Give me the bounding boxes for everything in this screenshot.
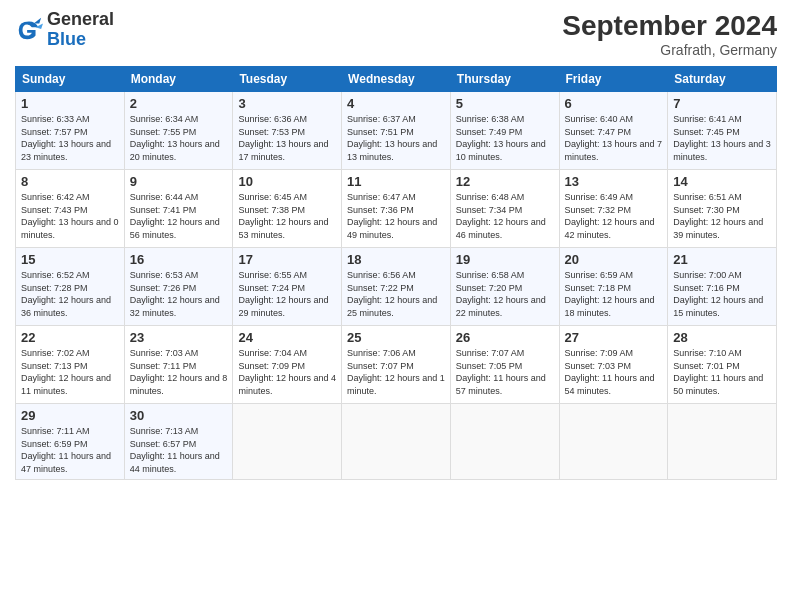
calendar-day-cell: 2Sunrise: 6:34 AMSunset: 7:55 PMDaylight… — [124, 92, 233, 170]
location: Grafrath, Germany — [562, 42, 777, 58]
day-number: 28 — [673, 330, 771, 345]
calendar-day-header: Monday — [124, 67, 233, 92]
day-info: Sunrise: 6:44 AMSunset: 7:41 PMDaylight:… — [130, 191, 228, 241]
calendar-day-header: Wednesday — [342, 67, 451, 92]
calendar-day-cell: 21Sunrise: 7:00 AMSunset: 7:16 PMDayligh… — [668, 248, 777, 326]
day-number: 21 — [673, 252, 771, 267]
calendar-day-cell: 1Sunrise: 6:33 AMSunset: 7:57 PMDaylight… — [16, 92, 125, 170]
day-info: Sunrise: 7:00 AMSunset: 7:16 PMDaylight:… — [673, 269, 771, 319]
day-info: Sunrise: 6:37 AMSunset: 7:51 PMDaylight:… — [347, 113, 445, 163]
calendar-day-cell — [450, 404, 559, 480]
calendar-day-cell: 25Sunrise: 7:06 AMSunset: 7:07 PMDayligh… — [342, 326, 451, 404]
calendar-day-cell: 17Sunrise: 6:55 AMSunset: 7:24 PMDayligh… — [233, 248, 342, 326]
day-info: Sunrise: 6:34 AMSunset: 7:55 PMDaylight:… — [130, 113, 228, 163]
calendar-day-cell: 28Sunrise: 7:10 AMSunset: 7:01 PMDayligh… — [668, 326, 777, 404]
calendar-day-cell: 30Sunrise: 7:13 AMSunset: 6:57 PMDayligh… — [124, 404, 233, 480]
day-info: Sunrise: 6:58 AMSunset: 7:20 PMDaylight:… — [456, 269, 554, 319]
day-number: 23 — [130, 330, 228, 345]
day-number: 2 — [130, 96, 228, 111]
day-info: Sunrise: 6:55 AMSunset: 7:24 PMDaylight:… — [238, 269, 336, 319]
calendar-day-cell: 13Sunrise: 6:49 AMSunset: 7:32 PMDayligh… — [559, 170, 668, 248]
day-number: 5 — [456, 96, 554, 111]
day-number: 1 — [21, 96, 119, 111]
calendar-day-cell: 16Sunrise: 6:53 AMSunset: 7:26 PMDayligh… — [124, 248, 233, 326]
day-info: Sunrise: 7:02 AMSunset: 7:13 PMDaylight:… — [21, 347, 119, 397]
day-number: 8 — [21, 174, 119, 189]
day-info: Sunrise: 6:53 AMSunset: 7:26 PMDaylight:… — [130, 269, 228, 319]
day-info: Sunrise: 6:56 AMSunset: 7:22 PMDaylight:… — [347, 269, 445, 319]
day-info: Sunrise: 6:42 AMSunset: 7:43 PMDaylight:… — [21, 191, 119, 241]
day-number: 22 — [21, 330, 119, 345]
day-number: 18 — [347, 252, 445, 267]
calendar-week-row: 29Sunrise: 7:11 AMSunset: 6:59 PMDayligh… — [16, 404, 777, 480]
logo-line1: General — [47, 10, 114, 30]
calendar-day-cell: 23Sunrise: 7:03 AMSunset: 7:11 PMDayligh… — [124, 326, 233, 404]
day-info: Sunrise: 6:51 AMSunset: 7:30 PMDaylight:… — [673, 191, 771, 241]
day-info: Sunrise: 6:45 AMSunset: 7:38 PMDaylight:… — [238, 191, 336, 241]
logo: General Blue — [15, 10, 114, 50]
day-info: Sunrise: 6:38 AMSunset: 7:49 PMDaylight:… — [456, 113, 554, 163]
calendar-day-cell: 9Sunrise: 6:44 AMSunset: 7:41 PMDaylight… — [124, 170, 233, 248]
day-number: 27 — [565, 330, 663, 345]
title-block: September 2024 Grafrath, Germany — [562, 10, 777, 58]
day-number: 29 — [21, 408, 119, 423]
calendar-day-cell — [233, 404, 342, 480]
day-info: Sunrise: 7:10 AMSunset: 7:01 PMDaylight:… — [673, 347, 771, 397]
day-info: Sunrise: 7:06 AMSunset: 7:07 PMDaylight:… — [347, 347, 445, 397]
calendar-day-cell: 11Sunrise: 6:47 AMSunset: 7:36 PMDayligh… — [342, 170, 451, 248]
day-info: Sunrise: 6:59 AMSunset: 7:18 PMDaylight:… — [565, 269, 663, 319]
calendar-day-header: Saturday — [668, 67, 777, 92]
logo-line2: Blue — [47, 30, 114, 50]
calendar-day-cell: 14Sunrise: 6:51 AMSunset: 7:30 PMDayligh… — [668, 170, 777, 248]
calendar-day-cell — [668, 404, 777, 480]
calendar-day-cell — [559, 404, 668, 480]
day-number: 26 — [456, 330, 554, 345]
day-info: Sunrise: 7:13 AMSunset: 6:57 PMDaylight:… — [130, 425, 228, 475]
calendar-day-cell: 15Sunrise: 6:52 AMSunset: 7:28 PMDayligh… — [16, 248, 125, 326]
calendar-day-cell: 22Sunrise: 7:02 AMSunset: 7:13 PMDayligh… — [16, 326, 125, 404]
calendar-day-cell: 19Sunrise: 6:58 AMSunset: 7:20 PMDayligh… — [450, 248, 559, 326]
page: General Blue September 2024 Grafrath, Ge… — [0, 0, 792, 612]
calendar-day-cell: 27Sunrise: 7:09 AMSunset: 7:03 PMDayligh… — [559, 326, 668, 404]
day-number: 11 — [347, 174, 445, 189]
logo-text: General Blue — [47, 10, 114, 50]
calendar-table: SundayMondayTuesdayWednesdayThursdayFrid… — [15, 66, 777, 480]
calendar-day-header: Friday — [559, 67, 668, 92]
calendar-week-row: 1Sunrise: 6:33 AMSunset: 7:57 PMDaylight… — [16, 92, 777, 170]
calendar-day-cell: 18Sunrise: 6:56 AMSunset: 7:22 PMDayligh… — [342, 248, 451, 326]
day-info: Sunrise: 7:03 AMSunset: 7:11 PMDaylight:… — [130, 347, 228, 397]
day-number: 19 — [456, 252, 554, 267]
day-info: Sunrise: 7:09 AMSunset: 7:03 PMDaylight:… — [565, 347, 663, 397]
header: General Blue September 2024 Grafrath, Ge… — [15, 10, 777, 58]
day-info: Sunrise: 7:07 AMSunset: 7:05 PMDaylight:… — [456, 347, 554, 397]
calendar-week-row: 8Sunrise: 6:42 AMSunset: 7:43 PMDaylight… — [16, 170, 777, 248]
day-info: Sunrise: 6:52 AMSunset: 7:28 PMDaylight:… — [21, 269, 119, 319]
calendar-day-cell: 26Sunrise: 7:07 AMSunset: 7:05 PMDayligh… — [450, 326, 559, 404]
day-number: 9 — [130, 174, 228, 189]
day-number: 14 — [673, 174, 771, 189]
day-number: 10 — [238, 174, 336, 189]
day-info: Sunrise: 7:11 AMSunset: 6:59 PMDaylight:… — [21, 425, 119, 475]
day-info: Sunrise: 6:41 AMSunset: 7:45 PMDaylight:… — [673, 113, 771, 163]
day-info: Sunrise: 6:48 AMSunset: 7:34 PMDaylight:… — [456, 191, 554, 241]
day-number: 7 — [673, 96, 771, 111]
calendar-day-cell: 7Sunrise: 6:41 AMSunset: 7:45 PMDaylight… — [668, 92, 777, 170]
calendar-day-cell: 8Sunrise: 6:42 AMSunset: 7:43 PMDaylight… — [16, 170, 125, 248]
calendar-day-header: Thursday — [450, 67, 559, 92]
day-number: 4 — [347, 96, 445, 111]
day-number: 12 — [456, 174, 554, 189]
logo-icon — [15, 16, 43, 44]
calendar-day-cell: 12Sunrise: 6:48 AMSunset: 7:34 PMDayligh… — [450, 170, 559, 248]
day-info: Sunrise: 6:49 AMSunset: 7:32 PMDaylight:… — [565, 191, 663, 241]
day-number: 16 — [130, 252, 228, 267]
day-info: Sunrise: 6:47 AMSunset: 7:36 PMDaylight:… — [347, 191, 445, 241]
day-info: Sunrise: 6:33 AMSunset: 7:57 PMDaylight:… — [21, 113, 119, 163]
day-number: 3 — [238, 96, 336, 111]
day-info: Sunrise: 6:36 AMSunset: 7:53 PMDaylight:… — [238, 113, 336, 163]
calendar-week-row: 15Sunrise: 6:52 AMSunset: 7:28 PMDayligh… — [16, 248, 777, 326]
calendar-day-cell: 10Sunrise: 6:45 AMSunset: 7:38 PMDayligh… — [233, 170, 342, 248]
day-number: 6 — [565, 96, 663, 111]
month-year: September 2024 — [562, 10, 777, 42]
day-number: 30 — [130, 408, 228, 423]
day-info: Sunrise: 6:40 AMSunset: 7:47 PMDaylight:… — [565, 113, 663, 163]
